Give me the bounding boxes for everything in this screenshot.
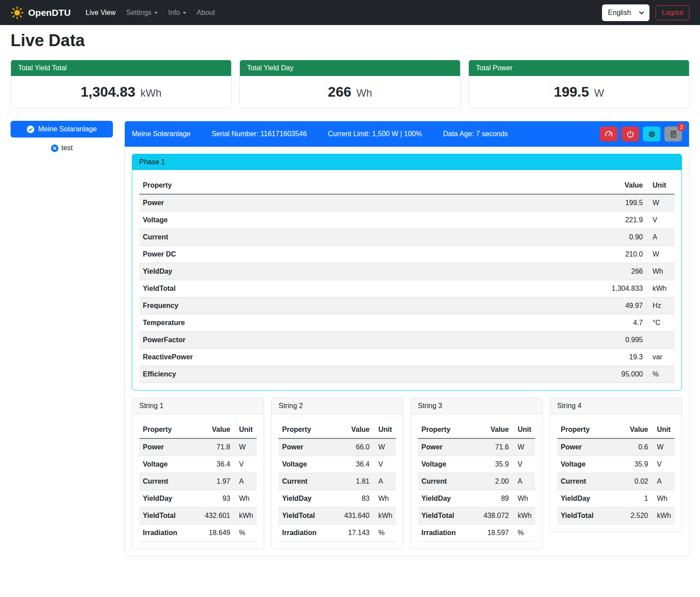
- column-header-value: Value: [199, 421, 234, 438]
- unit-cell: V: [652, 456, 675, 473]
- table-row: YieldDay 89 Wh: [418, 490, 535, 507]
- column-header-property: Property: [139, 421, 199, 438]
- property-cell: Power: [139, 194, 598, 212]
- property-cell: Efficiency: [139, 366, 598, 383]
- table-row: Voltage 35.9 V: [557, 456, 675, 473]
- device-info-button[interactable]: [643, 127, 660, 141]
- value-cell: 210.0: [598, 246, 646, 263]
- table-row: YieldDay 93 Wh: [139, 490, 257, 507]
- cpu-icon: [647, 130, 656, 139]
- property-cell: YieldDay: [139, 263, 598, 280]
- property-cell: Irradiation: [279, 525, 339, 542]
- table-row: PowerFactor 0.995: [139, 332, 675, 349]
- value-cell: 66.0: [339, 438, 373, 456]
- summary-card-body: 199.5 W: [469, 76, 689, 108]
- inverter-data-age: Data Age: 7 seconds: [443, 130, 508, 138]
- journal-icon: [669, 130, 678, 138]
- table-row: Temperature 4.7 °C: [139, 315, 675, 332]
- limit-settings-button[interactable]: [600, 127, 617, 141]
- chevron-down-icon: [639, 9, 644, 14]
- unit-cell: W: [646, 194, 675, 212]
- value-cell: 199.5: [598, 194, 646, 212]
- unit-cell: V: [646, 212, 675, 229]
- value-cell: 17.143: [339, 525, 373, 542]
- nav-item-settings[interactable]: Settings: [121, 5, 163, 20]
- unit-cell: V: [373, 456, 396, 473]
- column-header-property: Property: [139, 177, 598, 194]
- value-cell: 83: [339, 490, 373, 507]
- table-row: Current 2.00 A: [418, 473, 535, 490]
- unit-cell: W: [646, 246, 675, 263]
- column-header-unit: Unit: [652, 421, 675, 438]
- summary-card-value: 1,304.83: [80, 84, 135, 100]
- value-cell: 18.649: [199, 525, 234, 542]
- inverter-sidebar: Meine Solaranlage test: [11, 121, 113, 152]
- unit-cell: °C: [646, 315, 675, 332]
- value-cell: 89: [478, 490, 512, 507]
- value-cell: 19.3: [598, 349, 646, 366]
- unit-cell: Hz: [646, 297, 675, 315]
- unit-cell: Wh: [234, 490, 257, 507]
- property-cell: Frequency: [139, 297, 598, 315]
- table-header-row: Property Value Unit: [418, 421, 535, 438]
- column-header-property: Property: [557, 421, 617, 438]
- value-cell: 266: [598, 263, 646, 280]
- brand-link[interactable]: OpenDTU: [11, 6, 71, 19]
- value-cell: 1: [617, 490, 652, 507]
- nav-item-info[interactable]: Info: [163, 5, 192, 20]
- logout-button[interactable]: Logout: [656, 5, 689, 20]
- phase-title: Phase 1: [132, 154, 682, 170]
- language-select[interactable]: English: [602, 4, 649, 21]
- value-cell: 35.9: [617, 456, 652, 473]
- unit-cell: A: [512, 473, 535, 490]
- property-cell: Current: [139, 229, 598, 246]
- value-cell: 432.601: [199, 507, 234, 525]
- string-card-2: String 2 Property Value Unit: [271, 398, 403, 549]
- check-circle-icon: [27, 126, 34, 133]
- nav-links: Live View Settings Info About: [80, 5, 602, 20]
- phase-card: Phase 1 Property Value Unit: [132, 154, 682, 391]
- summary-card-total-power: Total Power 199.5 W: [468, 60, 689, 109]
- value-cell: 4.7: [598, 315, 646, 332]
- property-cell: Voltage: [418, 456, 478, 473]
- unit-cell: W: [234, 438, 257, 456]
- event-log-button[interactable]: 2: [664, 127, 682, 141]
- x-circle-icon: [51, 145, 58, 152]
- table-row: Efficiency 95.000 %: [139, 366, 675, 383]
- summary-cards: Total Yield Total 1,304.83 kWh Total Yie…: [11, 60, 689, 109]
- table-header-row: Property Value Unit: [139, 421, 257, 438]
- unit-cell: kWh: [652, 507, 675, 525]
- value-cell: 36.4: [199, 456, 234, 473]
- value-cell: 1.97: [199, 473, 234, 490]
- table-row: Voltage 35.9 V: [418, 456, 535, 473]
- summary-card-title: Total Yield Day: [240, 60, 460, 76]
- inverter-limit: Current Limit: 1,500 W | 100%: [328, 130, 422, 138]
- column-header-value: Value: [339, 421, 373, 438]
- property-cell: YieldDay: [139, 490, 199, 507]
- property-cell: YieldTotal: [557, 507, 617, 525]
- value-cell: 95.000: [598, 366, 646, 383]
- summary-card-title: Total Power: [469, 60, 689, 76]
- property-cell: YieldDay: [557, 490, 617, 507]
- property-cell: YieldTotal: [418, 507, 478, 525]
- table-row: Power 199.5 W: [139, 194, 675, 212]
- nav-item-label: Info: [168, 9, 180, 17]
- nav-item-live-view[interactable]: Live View: [80, 5, 121, 20]
- table-row: Voltage 221.9 V: [139, 212, 675, 229]
- property-cell: Voltage: [139, 212, 598, 229]
- value-cell: 2.520: [617, 507, 652, 525]
- inverter-select-button-active[interactable]: Meine Solaranlage: [11, 121, 113, 137]
- power-toggle-button[interactable]: [621, 127, 639, 141]
- unit-cell: kWh: [646, 280, 675, 297]
- property-cell: Current: [279, 473, 339, 490]
- unit-cell: Wh: [373, 490, 396, 507]
- inverter-select-button-test[interactable]: test: [11, 144, 113, 152]
- value-cell: 18.597: [478, 525, 512, 542]
- summary-card-title: Total Yield Total: [11, 60, 231, 76]
- caret-down-icon: [154, 12, 158, 14]
- string-table: Property Value Unit Power: [139, 421, 257, 542]
- summary-card-body: 266 Wh: [240, 76, 460, 108]
- unit-cell: kWh: [373, 507, 396, 525]
- nav-item-about[interactable]: About: [192, 5, 221, 20]
- brand-name: OpenDTU: [28, 7, 71, 18]
